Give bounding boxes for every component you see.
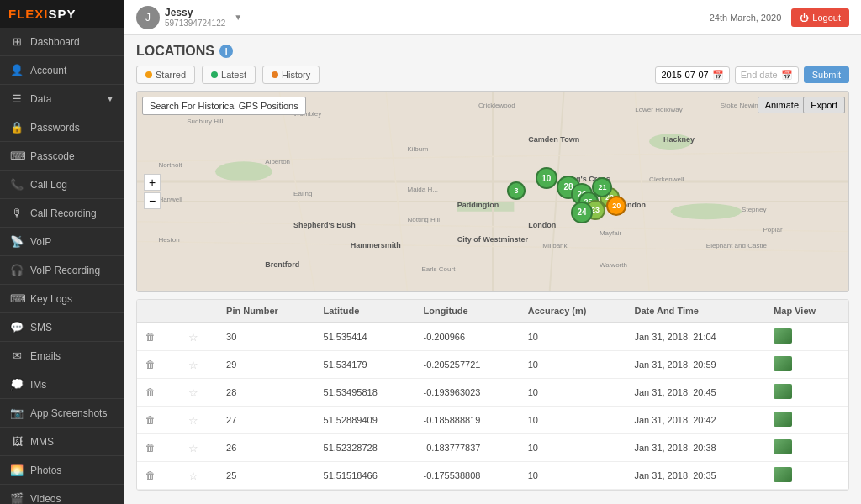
info-icon[interactable]: i — [219, 45, 233, 58]
mapview-icon-2[interactable] — [774, 384, 792, 399]
user-details: Jessy 5971394724122 — [165, 7, 225, 28]
sidebar-item-sms[interactable]: 💬 SMS — [0, 313, 124, 342]
map-cluster-pin-9[interactable]: 24 — [571, 202, 593, 223]
delete-cell-1: 🗑 — [137, 351, 180, 379]
latest-filter-button[interactable]: Latest — [202, 66, 256, 84]
end-date-input[interactable]: End date 📅 — [735, 66, 799, 84]
dashboard-icon: ⊞ — [10, 35, 24, 48]
page-title: LOCATIONS — [136, 44, 214, 59]
mapview-icon-4[interactable] — [774, 439, 792, 454]
mapview-cell-1 — [765, 351, 848, 379]
sidebar-item-photos[interactable]: 🌅 Photos — [0, 456, 124, 485]
star-icon-2[interactable]: ☆ — [188, 386, 198, 399]
sidebar-item-videos[interactable]: 🎬 Videos — [0, 485, 124, 504]
star-icon-1[interactable]: ☆ — [188, 359, 198, 371]
sidebar-label-voip-recording: VoIP Recording — [30, 265, 100, 276]
delete-icon-5[interactable]: 🗑 — [145, 470, 156, 481]
ims-icon: 💭 — [10, 378, 24, 391]
lng-cell-5: -0.175538808 — [415, 462, 520, 490]
current-date: 24th March, 2020 — [710, 13, 782, 23]
star-cell-2: ☆ — [180, 379, 218, 407]
sidebar-label-key-logs: Key Logs — [30, 293, 72, 305]
star-icon-4[interactable]: ☆ — [188, 442, 198, 454]
table-header-row: Pin Number Latitude Longitude Accuracy (… — [137, 300, 848, 323]
datetime-cell-5: Jan 31, 2018, 20:35 — [626, 462, 765, 490]
star-icon-0[interactable]: ☆ — [188, 331, 198, 344]
sidebar-item-key-logs[interactable]: ⌨ Key Logs — [0, 285, 124, 313]
content-area: LOCATIONS i Starred Latest History 2015-… — [124, 35, 861, 504]
delete-icon-4[interactable]: 🗑 — [145, 442, 156, 454]
start-date-input[interactable]: 2015-07-07 📅 — [655, 66, 729, 84]
map-container: Sudbury Hill Wembley Cricklewood Lower H… — [136, 91, 849, 292]
star-cell-0: ☆ — [180, 323, 218, 351]
svg-text:Notting Hill: Notting Hill — [407, 216, 440, 223]
star-cell-1: ☆ — [180, 351, 218, 379]
sidebar-item-data[interactable]: ☰ Data ▼ — [0, 85, 124, 113]
mapview-icon-3[interactable] — [774, 412, 792, 427]
export-button[interactable]: Export — [803, 97, 845, 113]
topbar-right: 24th March, 2020 ⏻ Logout — [710, 8, 849, 27]
user-info[interactable]: J Jessy 5971394724122 ▼ — [136, 6, 242, 29]
logo: FLEXISPY — [0, 0, 124, 28]
sidebar-item-passcode[interactable]: ⌨ Passcode — [0, 142, 124, 171]
sidebar-item-call-recording[interactable]: 🎙 Call Recording — [0, 199, 124, 228]
map-cluster-pin-0[interactable]: 3 — [507, 181, 526, 200]
sidebar-item-voip[interactable]: 📡 VoIP — [0, 228, 124, 256]
sidebar-item-account[interactable]: 👤 Account — [0, 56, 124, 85]
svg-text:Millbank: Millbank — [542, 242, 568, 249]
delete-icon-0[interactable]: 🗑 — [145, 331, 156, 343]
map-search-bar[interactable]: Search For Historical GPS Positions — [142, 97, 306, 115]
accuracy-cell-1: 10 — [520, 351, 626, 379]
logout-button[interactable]: ⏻ Logout — [791, 8, 849, 27]
mapview-icon-0[interactable] — [774, 328, 792, 344]
submit-button[interactable]: Submit — [804, 66, 849, 83]
zoom-in-button[interactable]: + — [144, 174, 161, 191]
datetime-cell-0: Jan 31, 2018, 21:04 — [626, 323, 765, 351]
sidebar-item-emails[interactable]: ✉ Emails — [0, 342, 124, 370]
passwords-icon: 🔒 — [10, 121, 24, 134]
sidebar-item-mms[interactable]: 🖼 MMS — [0, 428, 124, 456]
accuracy-cell-4: 10 — [520, 434, 626, 462]
table-row: 🗑 ☆ 28 51.53495818 -0.193963023 10 Jan 3… — [137, 379, 848, 407]
sidebar-item-passwords[interactable]: 🔒 Passwords — [0, 113, 124, 142]
sidebar-item-voip-recording[interactable]: 🎧 VoIP Recording — [0, 256, 124, 285]
app-screenshots-icon: 📷 — [10, 407, 24, 419]
starred-filter-button[interactable]: Starred — [136, 66, 195, 84]
voip-icon: 📡 — [10, 235, 24, 248]
lng-cell-4: -0.183777837 — [415, 434, 520, 462]
mapview-icon-1[interactable] — [774, 356, 792, 371]
sidebar-item-dashboard[interactable]: ⊞ Dashboard — [0, 28, 124, 56]
svg-text:Cricklewood: Cricklewood — [478, 102, 515, 109]
sidebar-item-call-log[interactable]: 📞 Call Log — [0, 171, 124, 199]
logo-part2: SPY — [49, 7, 77, 21]
datetime-cell-3: Jan 31, 2018, 20:42 — [626, 407, 765, 434]
lat-cell-5: 51.51518466 — [315, 462, 415, 490]
star-icon-5[interactable]: ☆ — [188, 470, 198, 482]
sidebar-item-ims[interactable]: 💭 IMs — [0, 370, 124, 399]
accuracy-cell-2: 10 — [520, 379, 626, 407]
col-lat: Latitude — [315, 300, 415, 323]
svg-text:Northolt: Northolt — [158, 161, 182, 169]
lat-cell-4: 51.52328728 — [315, 434, 415, 462]
delete-icon-3[interactable]: 🗑 — [145, 414, 156, 426]
delete-icon-1[interactable]: 🗑 — [145, 359, 156, 370]
sidebar-item-app-screenshots[interactable]: 📷 App Screenshots — [0, 399, 124, 428]
mapview-icon-5[interactable] — [774, 467, 792, 482]
data-icon: ☰ — [10, 92, 24, 105]
sidebar-label-dashboard: Dashboard — [30, 36, 80, 48]
svg-text:Kilburn: Kilburn — [407, 145, 428, 153]
animate-button[interactable]: Animate — [758, 97, 806, 113]
pin-cell-4: 26 — [218, 434, 314, 462]
lng-cell-3: -0.185888819 — [415, 407, 520, 434]
datetime-cell-1: Jan 31, 2018, 20:59 — [626, 351, 765, 379]
history-filter-button[interactable]: History — [262, 66, 320, 84]
pin-cell-0: 30 — [218, 323, 314, 351]
sidebar-label-photos: Photos — [30, 465, 61, 476]
power-icon: ⏻ — [800, 13, 809, 23]
star-icon-3[interactable]: ☆ — [188, 414, 198, 427]
table-row: 🗑 ☆ 25 51.51518466 -0.175538808 10 Jan 3… — [137, 462, 848, 490]
delete-icon-2[interactable]: 🗑 — [145, 386, 156, 398]
zoom-out-button[interactable]: − — [144, 192, 161, 209]
map-cluster-pin-8[interactable]: 20 — [606, 196, 626, 216]
date-controls: 2015-07-07 📅 End date 📅 Submit — [655, 66, 849, 84]
